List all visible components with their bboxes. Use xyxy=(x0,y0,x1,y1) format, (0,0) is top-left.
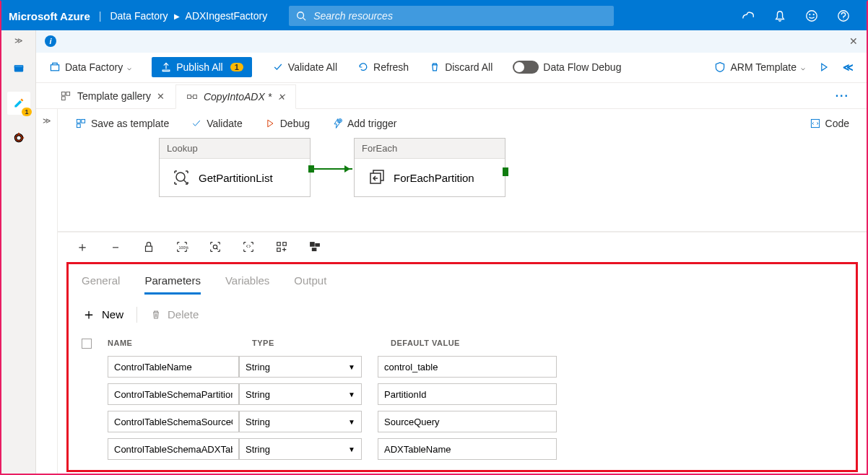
chevron-down-icon: ▼ xyxy=(348,445,355,453)
expand-activities-icon[interactable]: ≫ xyxy=(43,116,51,126)
param-name-input[interactable] xyxy=(108,411,239,432)
pipeline-canvas[interactable]: Lookup GetPartitionList ForEach ForEachP… xyxy=(58,138,867,232)
brand[interactable]: Microsoft Azure xyxy=(9,10,90,22)
svg-rect-17 xyxy=(77,119,80,123)
search-input[interactable] xyxy=(313,10,607,22)
auto-align-icon[interactable] xyxy=(274,240,289,254)
param-name-input[interactable] xyxy=(108,356,239,378)
save-as-template-button[interactable]: Save as template xyxy=(75,118,169,129)
tab-label: CopyIntoADX * xyxy=(204,91,272,103)
connector-arrow-icon[interactable] xyxy=(312,168,352,170)
svg-rect-14 xyxy=(188,95,191,99)
run-button[interactable] xyxy=(818,61,830,73)
factory-picker[interactable]: Data Factory ⌵ xyxy=(49,61,131,73)
param-type-select[interactable]: String▼ xyxy=(239,438,362,460)
zoom-fit-icon[interactable] xyxy=(208,240,222,254)
expand-rail-icon[interactable]: ≫ xyxy=(14,36,23,45)
tab-general[interactable]: General xyxy=(82,274,120,295)
tab-template-gallery[interactable]: Template gallery ✕ xyxy=(49,84,175,108)
canvas-toolbar: ＋ － 100% xyxy=(58,232,867,261)
rail-item-monitor[interactable] xyxy=(7,126,30,149)
debug-button[interactable]: Debug xyxy=(264,118,310,129)
svg-rect-32 xyxy=(311,242,314,245)
cloud-shell-icon[interactable] xyxy=(732,1,764,30)
collapse-icon[interactable]: ≪ xyxy=(843,61,854,73)
publish-label: Publish All xyxy=(176,61,223,73)
select-all-checkbox[interactable] xyxy=(82,339,92,349)
canvas-side-panel: ≫ xyxy=(36,109,58,474)
param-default-input[interactable] xyxy=(378,383,557,405)
zoom-in-icon[interactable]: ＋ xyxy=(75,240,90,254)
search-icon xyxy=(296,11,306,21)
breadcrumb-resource[interactable]: ADXIngestFactory xyxy=(186,10,268,22)
rail-item-author[interactable]: 1 xyxy=(7,92,30,115)
svg-text:100%: 100% xyxy=(179,245,189,249)
validate-label: Validate xyxy=(207,118,243,129)
tab-output[interactable]: Output xyxy=(294,274,326,295)
lock-icon[interactable] xyxy=(142,240,156,254)
svg-rect-13 xyxy=(61,97,65,100)
info-bar: i ✕ xyxy=(36,30,867,53)
param-type-select[interactable]: String▼ xyxy=(239,356,362,378)
tab-label: Template gallery xyxy=(77,90,151,102)
svg-rect-29 xyxy=(277,242,281,245)
breadcrumb-service[interactable]: Data Factory xyxy=(110,10,168,22)
add-trigger-button[interactable]: Add trigger xyxy=(331,118,396,129)
notifications-icon[interactable] xyxy=(764,1,796,30)
svg-point-4 xyxy=(813,14,814,15)
tab-parameters[interactable]: Parameters xyxy=(144,274,201,295)
new-label: New xyxy=(102,308,123,321)
svg-line-28 xyxy=(217,248,218,249)
output-handle-icon[interactable] xyxy=(503,167,508,176)
code-view-button[interactable]: Code xyxy=(810,118,849,129)
svg-point-9 xyxy=(16,136,20,140)
new-parameter-button[interactable]: ＋ New xyxy=(82,305,123,324)
left-rail: ≫ 1 xyxy=(1,30,36,474)
publish-all-button[interactable]: Publish All 1 xyxy=(152,57,252,77)
param-type-select[interactable]: String▼ xyxy=(239,383,362,405)
tab-close-icon[interactable]: ✕ xyxy=(277,92,285,103)
tab-close-icon[interactable]: ✕ xyxy=(157,91,165,102)
refresh-button[interactable]: Refresh xyxy=(357,61,409,73)
infobar-close-icon[interactable]: ✕ xyxy=(849,35,858,47)
zoom-out-icon[interactable]: － xyxy=(108,240,123,254)
svg-point-0 xyxy=(298,12,304,19)
param-default-input[interactable] xyxy=(378,411,557,432)
toggle-switch[interactable] xyxy=(513,61,539,74)
param-default-input[interactable] xyxy=(378,356,557,378)
tab-variables[interactable]: Variables xyxy=(225,274,269,295)
param-name-input[interactable] xyxy=(108,438,239,460)
arm-template-button[interactable]: ARM Template ⌵ xyxy=(714,61,805,73)
parameter-row: String▼ xyxy=(71,380,853,408)
col-type: TYPE xyxy=(252,339,391,349)
param-name-input[interactable] xyxy=(108,383,239,405)
activity-lookup[interactable]: Lookup GetPartitionList xyxy=(159,138,311,197)
validate-button[interactable]: Validate xyxy=(191,118,243,129)
svg-point-2 xyxy=(807,11,817,21)
trash-icon xyxy=(150,309,162,321)
feedback-icon[interactable] xyxy=(796,1,828,30)
delete-label: Delete xyxy=(168,308,199,321)
zoom-100-icon[interactable]: 100% xyxy=(175,240,189,254)
fullscreen-icon[interactable] xyxy=(241,240,256,254)
tab-copyintoadx[interactable]: CopyIntoADX * ✕ xyxy=(175,84,296,109)
dataflow-debug-toggle[interactable]: Data Flow Debug xyxy=(513,61,621,74)
param-default-input[interactable] xyxy=(378,438,557,460)
properties-panel: General Parameters Variables Output ＋ Ne… xyxy=(66,262,858,472)
svg-rect-7 xyxy=(14,66,22,67)
help-icon[interactable] xyxy=(828,1,859,30)
activity-type-label: ForEach xyxy=(355,139,505,159)
validate-all-button[interactable]: Validate All xyxy=(272,61,337,73)
col-name: NAME xyxy=(108,339,252,349)
delete-parameter-button[interactable]: Delete xyxy=(150,308,199,321)
param-type-select[interactable]: String▼ xyxy=(239,411,362,432)
global-search[interactable] xyxy=(289,6,614,26)
chevron-down-icon: ⌵ xyxy=(801,64,805,71)
discard-all-button[interactable]: Discard All xyxy=(429,61,492,73)
activity-foreach[interactable]: ForEach ForEachPartition xyxy=(354,138,505,197)
separator: | xyxy=(99,10,102,22)
factory-label: Data Factory xyxy=(65,61,123,73)
rail-item-overview[interactable] xyxy=(7,57,30,80)
tab-overflow-icon[interactable]: ··· xyxy=(818,84,867,108)
layout-icon[interactable] xyxy=(308,240,322,254)
